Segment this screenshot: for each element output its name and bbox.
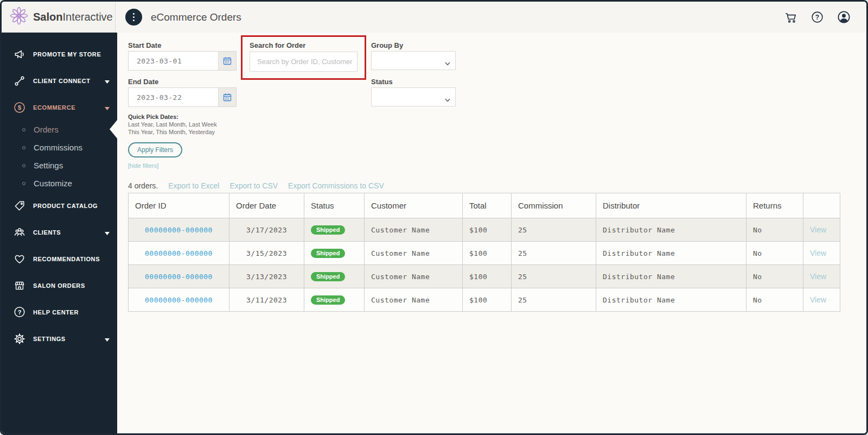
sidebar-item-promote-my-store[interactable]: PROMOTE MY STORE — [2, 41, 117, 67]
orders-count: 4 orders. — [128, 181, 158, 190]
col-header-total: Total — [463, 193, 512, 218]
calendar-icon[interactable] — [218, 88, 236, 106]
app-window: SalonInteractive eCommerce Orders — [0, 0, 868, 435]
actions-cell: View — [803, 288, 840, 312]
customer-cell: Customer Name — [365, 265, 463, 288]
sidebar-item-label: PROMOTE MY STORE — [33, 51, 101, 58]
status-cell: Shipped — [304, 265, 365, 288]
sidebar-subitem-customize[interactable]: Customize — [2, 174, 117, 192]
col-header-customer: Customer — [365, 193, 463, 218]
account-icon[interactable] — [837, 10, 851, 24]
commission-cell: 25 — [512, 242, 596, 265]
commission-cell: 25 — [512, 218, 596, 242]
sidebar-item-client-connect[interactable]: CLIENT CONNECT — [2, 67, 117, 94]
start-date-group — [128, 51, 237, 71]
total-cell: $100 — [463, 288, 512, 312]
orders-table: Order ID Order Date Status Customer Tota… — [128, 193, 840, 312]
view-link[interactable]: View — [810, 225, 826, 234]
quick-pick-title: Quick Pick Dates: — [128, 114, 178, 120]
svg-text:$: $ — [18, 104, 22, 111]
kebab-menu-icon[interactable] — [125, 9, 142, 26]
order-date-cell: 3/11/2023 — [229, 288, 304, 312]
brand-logo[interactable]: SalonInteractive — [2, 2, 116, 33]
main-content: Start Date End Date — [117, 33, 866, 433]
sidebar-nav: PROMOTE MY STORE CLIENT CONNECT $ ECOMME… — [2, 33, 117, 433]
gear-icon — [14, 333, 25, 345]
end-date-input[interactable] — [129, 88, 218, 106]
status-cell: Shipped — [304, 218, 365, 242]
sidebar-item-settings[interactable]: SETTINGS — [2, 325, 117, 352]
status-select[interactable] — [371, 87, 456, 106]
cart-icon[interactable] — [784, 10, 798, 24]
returns-cell: No — [746, 218, 803, 242]
megaphone-icon — [14, 48, 25, 60]
sidebar-item-label: CLIENTS — [33, 229, 61, 236]
sidebar-subitem-settings[interactable]: Settings — [2, 156, 117, 174]
export-commissions-link[interactable]: Export Commissions to CSV — [288, 181, 384, 190]
status-badge: Shipped — [311, 225, 345, 235]
view-link[interactable]: View — [810, 272, 826, 281]
people-icon — [14, 226, 25, 238]
quick-pick-line-2[interactable]: This Year, This Month, Yesterday — [128, 129, 215, 135]
actions-cell: View — [803, 265, 840, 288]
status-badge: Shipped — [311, 272, 345, 281]
sidebar-item-ecommerce[interactable]: $ ECOMMERCE — [2, 94, 117, 121]
chevron-down-icon — [105, 228, 110, 237]
sidebar-item-label: SALON ORDERS — [33, 282, 85, 289]
commission-cell: 25 — [512, 265, 596, 288]
status-badge: Shipped — [311, 295, 345, 305]
help-icon[interactable]: ? — [810, 10, 824, 24]
order-id-link[interactable]: 00000000-000000 — [145, 226, 213, 234]
col-header-distributor: Distributor — [596, 193, 746, 218]
sidebar-subitem-commissions[interactable]: Commissions — [2, 138, 117, 156]
header-icons: ? — [784, 10, 851, 24]
order-id-cell: 00000000-000000 — [129, 265, 229, 288]
group-by-label: Group By — [371, 41, 403, 49]
col-header-order-date: Order Date — [229, 193, 304, 218]
view-link[interactable]: View — [810, 249, 826, 257]
order-id-link[interactable]: 00000000-000000 — [145, 249, 213, 257]
customer-cell: Customer Name — [365, 218, 463, 242]
group-by-select[interactable] — [371, 51, 456, 70]
returns-cell: No — [746, 288, 803, 312]
heart-icon — [14, 253, 25, 265]
actions-cell: View — [803, 242, 840, 265]
distributor-cell: Distributor Name — [596, 242, 746, 265]
start-date-input[interactable] — [129, 52, 218, 70]
order-id-link[interactable]: 00000000-000000 — [145, 296, 213, 304]
page-title: eCommerce Orders — [151, 11, 241, 23]
top-bar: SalonInteractive eCommerce Orders — [2, 2, 866, 33]
sidebar-item-help-center[interactable]: ? HELP CENTER — [2, 299, 117, 325]
sidebar-item-recommendations[interactable]: RECOMMENDATIONS — [2, 245, 117, 272]
search-order-input[interactable] — [250, 52, 358, 72]
export-excel-link[interactable]: Export to Excel — [168, 181, 219, 190]
order-id-link[interactable]: 00000000-000000 — [145, 273, 213, 281]
sidebar-item-label: RECOMMENDATIONS — [33, 256, 100, 262]
order-id-cell: 00000000-000000 — [129, 288, 229, 312]
export-csv-link[interactable]: Export to CSV — [229, 181, 278, 190]
calendar-icon[interactable] — [218, 52, 236, 70]
hide-filters-link[interactable]: [hide filters] — [128, 162, 158, 169]
apply-filters-button[interactable]: Apply Filters — [128, 142, 182, 157]
order-id-cell: 00000000-000000 — [129, 242, 229, 265]
storefront-icon — [14, 280, 25, 292]
sidebar-subitem-label: Customize — [34, 179, 72, 188]
sidebar-item-product-catalog[interactable]: PRODUCT CATALOG — [2, 192, 117, 219]
help-circle-icon: ? — [14, 306, 25, 318]
sidebar-subitem-orders[interactable]: Orders — [2, 121, 117, 138]
sidebar-item-label: CLIENT CONNECT — [33, 78, 91, 84]
sidebar-item-label: HELP CENTER — [33, 309, 79, 316]
quick-pick-line-1[interactable]: Last Year, Last Month, Last Week — [128, 121, 217, 128]
status-cell: Shipped — [304, 288, 365, 312]
sidebar-item-clients[interactable]: CLIENTS — [2, 219, 117, 245]
customer-cell: Customer Name — [365, 288, 463, 312]
sidebar-item-salon-orders[interactable]: SALON ORDERS — [2, 272, 117, 299]
order-date-cell: 3/13/2023 — [229, 265, 304, 288]
order-id-cell: 00000000-000000 — [129, 218, 229, 242]
total-cell: $100 — [463, 218, 512, 242]
brand-name-light: Interactive — [62, 11, 112, 23]
view-link[interactable]: View — [810, 295, 826, 304]
svg-text:?: ? — [815, 14, 819, 21]
end-date-label: End Date — [128, 78, 158, 86]
col-header-returns: Returns — [746, 193, 803, 218]
